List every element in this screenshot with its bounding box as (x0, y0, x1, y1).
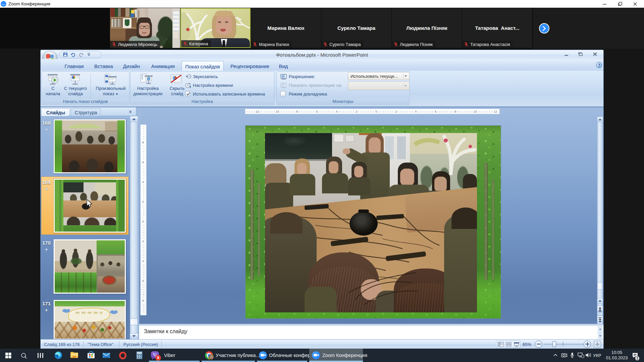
svg-text:zoom: zoom (2, 3, 5, 5)
